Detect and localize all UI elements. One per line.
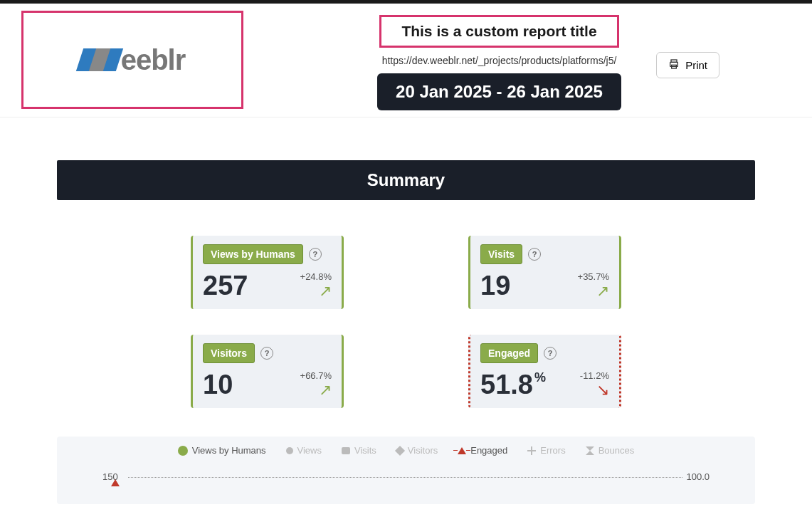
legend-marker-hourglass-icon — [586, 446, 594, 455]
help-icon[interactable]: ? — [528, 248, 541, 261]
report-title: This is a custom report title — [401, 23, 596, 39]
legend-marker-diamond-icon — [395, 445, 405, 455]
legend-item-engaged[interactable]: Engaged — [458, 445, 507, 456]
legend-label: Visitors — [408, 445, 438, 456]
legend-marker-triangle-icon — [458, 447, 466, 454]
report-title-highlight: This is a custom report title — [379, 15, 618, 48]
brand-logo-text: eeblr — [121, 44, 186, 76]
arrow-up-icon: ↗ — [300, 283, 332, 299]
card-change: +35.7% — [578, 271, 609, 282]
brand-logo: eeblr — [80, 44, 186, 76]
card-value: 51.8% — [480, 371, 546, 398]
legend-label: Engaged — [470, 445, 507, 456]
summary-cards-grid: Views by Humans ? 257 +24.8% ↗ Visits ? … — [191, 236, 621, 408]
arrow-up-icon: ↗ — [578, 283, 609, 299]
report-url: https://dev.weeblr.net/_projects/product… — [382, 55, 617, 66]
axis-right-label: 100.0 — [686, 471, 710, 482]
card-change: +66.7% — [300, 370, 332, 381]
card-value: 19 — [480, 272, 510, 299]
card-label: Views by Humans — [203, 244, 303, 264]
help-icon[interactable]: ? — [309, 248, 322, 261]
legend-marker-dot-icon — [178, 446, 188, 456]
card-change: +24.8% — [300, 271, 332, 282]
arrow-down-icon: ↘ — [580, 382, 609, 398]
legend-marker-square-icon — [342, 447, 350, 454]
logo-w-icon — [80, 47, 120, 73]
chart-gridline — [128, 477, 682, 478]
legend-label: Bounces — [599, 445, 635, 456]
card-value-number: 51.8 — [480, 370, 533, 399]
print-button-label: Print — [685, 59, 707, 71]
legend-item-views-by-humans[interactable]: Views by Humans — [178, 445, 266, 456]
card-views-by-humans: Views by Humans ? 257 +24.8% ↗ — [191, 236, 344, 309]
summary-heading: Summary — [57, 160, 755, 200]
legend-item-visitors[interactable]: Visitors — [396, 445, 438, 456]
date-range-badge: 20 Jan 2025 - 26 Jan 2025 — [377, 73, 621, 110]
card-label: Engaged — [480, 343, 538, 363]
card-visits: Visits ? 19 +35.7% ↗ — [468, 236, 621, 309]
report-header: eeblr This is a custom report title http… — [0, 4, 812, 117]
card-trend: -11.2% ↘ — [580, 370, 609, 398]
card-trend: +24.8% ↗ — [300, 271, 332, 299]
card-value: 10 — [203, 371, 233, 398]
chart-axis-top: 150 100.0 — [71, 471, 741, 482]
card-change: -11.2% — [580, 370, 609, 381]
logo-highlight-box: eeblr — [21, 11, 243, 109]
card-engaged: Engaged ? 51.8% -11.2% ↘ — [468, 335, 621, 408]
card-value-unit: % — [534, 370, 546, 385]
card-value: 257 — [203, 272, 248, 299]
chart-point-engaged-icon — [111, 479, 120, 486]
legend-item-bounces[interactable]: Bounces — [586, 445, 635, 456]
print-button[interactable]: Print — [656, 52, 719, 78]
card-trend: +35.7% ↗ — [578, 271, 609, 299]
legend-item-visits[interactable]: Visits — [342, 445, 376, 456]
help-icon[interactable]: ? — [544, 347, 557, 360]
card-label: Visits — [480, 244, 522, 264]
legend-label: Visits — [354, 445, 376, 456]
help-icon[interactable]: ? — [260, 347, 273, 360]
legend-marker-dot-icon — [286, 447, 293, 454]
legend-item-errors[interactable]: Errors — [527, 445, 565, 456]
summary-section: Summary Views by Humans ? 257 +24.8% ↗ V… — [57, 160, 755, 408]
legend-marker-cross-icon — [527, 446, 536, 455]
legend-label: Views — [297, 445, 322, 456]
card-trend: +66.7% ↗ — [300, 370, 332, 398]
chart-container: Views by Humans Views Visits Visitors En… — [57, 437, 755, 504]
legend-item-views[interactable]: Views — [286, 445, 322, 456]
card-visitors: Visitors ? 10 +66.7% ↗ — [191, 335, 344, 408]
legend-label: Errors — [540, 445, 565, 456]
chart-legend: Views by Humans Views Visits Visitors En… — [71, 445, 741, 456]
arrow-up-icon: ↗ — [300, 382, 332, 398]
legend-label: Views by Humans — [192, 445, 266, 456]
card-label: Visitors — [203, 343, 255, 363]
print-icon — [668, 58, 680, 72]
